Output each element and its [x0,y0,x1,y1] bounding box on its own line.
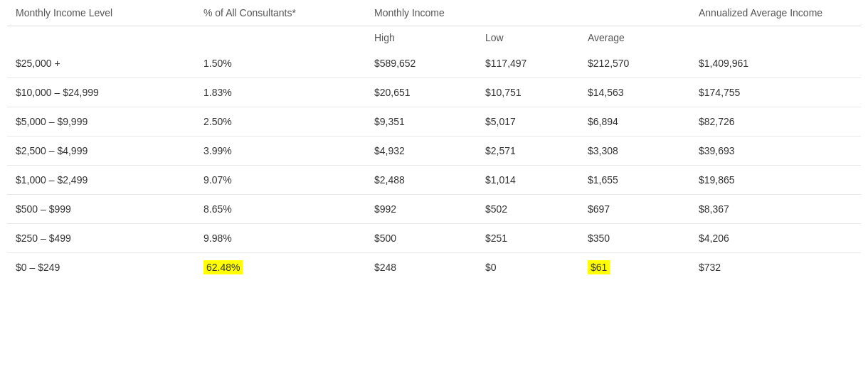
cell-average: $3,308 [579,137,690,166]
cell-high: $9,351 [366,107,477,137]
table-row: $250 – $4999.98%$500$251$350$4,206 [7,224,861,253]
cell-annualized: $4,206 [690,224,861,253]
cell-high: $2,488 [366,166,477,195]
cell-high: $589,652 [366,49,477,78]
cell-pct: 2.50% [195,107,366,137]
cell-pct: 9.07% [195,166,366,195]
subheader-level-empty [7,26,195,50]
cell-annualized: $19,865 [690,166,861,195]
cell-high: $992 [366,195,477,224]
cell-annualized: $1,409,961 [690,49,861,78]
table-row: $2,500 – $4,9993.99%$4,932$2,571$3,308$3… [7,137,861,166]
cell-high: $20,651 [366,78,477,107]
table-row: $1,000 – $2,4999.07%$2,488$1,014$1,655$1… [7,166,861,195]
cell-level: $1,000 – $2,499 [7,166,195,195]
subheader-pct-empty [195,26,366,50]
header-level: Monthly Income Level [7,0,195,26]
header-monthly-income-group: Monthly Income [366,0,690,26]
table-row: $5,000 – $9,9992.50%$9,351$5,017$6,894$8… [7,107,861,137]
income-table-container: Monthly Income Level % of All Consultant… [0,0,868,282]
cell-average: $350 [579,224,690,253]
cell-annualized: $39,693 [690,137,861,166]
cell-pct: 62.48% [195,253,366,282]
table-row: $25,000 +1.50%$589,652$117,497$212,570$1… [7,49,861,78]
cell-annualized: $732 [690,253,861,282]
cell-annualized: $8,367 [690,195,861,224]
cell-pct: 1.83% [195,78,366,107]
header-pct: % of All Consultants* [195,0,366,26]
cell-level: $5,000 – $9,999 [7,107,195,137]
cell-level: $2,500 – $4,999 [7,137,195,166]
cell-annualized: $82,726 [690,107,861,137]
cell-average: $14,563 [579,78,690,107]
table-row: $0 – $24962.48%$248$0$61$732 [7,253,861,282]
cell-pct: 1.50% [195,49,366,78]
cell-average: $6,894 [579,107,690,137]
highlight-value: $61 [588,260,610,274]
highlight-value: 62.48% [203,260,243,274]
cell-annualized: $174,755 [690,78,861,107]
cell-low: $0 [477,253,579,282]
table-row: $500 – $9998.65%$992$502$697$8,367 [7,195,861,224]
subheader-annual-empty [690,26,861,50]
header-annualized: Annualized Average Income [690,0,861,26]
cell-pct: 9.98% [195,224,366,253]
cell-level: $0 – $249 [7,253,195,282]
cell-low: $2,571 [477,137,579,166]
cell-low: $117,497 [477,49,579,78]
cell-high: $248 [366,253,477,282]
cell-high: $4,932 [366,137,477,166]
cell-level: $250 – $499 [7,224,195,253]
cell-high: $500 [366,224,477,253]
cell-level: $25,000 + [7,49,195,78]
header-low: Low [477,26,579,50]
header-high: High [366,26,477,50]
cell-average: $1,655 [579,166,690,195]
cell-low: $251 [477,224,579,253]
cell-average: $697 [579,195,690,224]
cell-low: $5,017 [477,107,579,137]
cell-average: $212,570 [579,49,690,78]
cell-level: $500 – $999 [7,195,195,224]
header-average: Average [579,26,690,50]
cell-average: $61 [579,253,690,282]
cell-low: $10,751 [477,78,579,107]
income-table: Monthly Income Level % of All Consultant… [7,0,861,282]
cell-pct: 8.65% [195,195,366,224]
table-row: $10,000 – $24,9991.83%$20,651$10,751$14,… [7,78,861,107]
cell-low: $502 [477,195,579,224]
cell-low: $1,014 [477,166,579,195]
cell-level: $10,000 – $24,999 [7,78,195,107]
cell-pct: 3.99% [195,137,366,166]
table-body: $25,000 +1.50%$589,652$117,497$212,570$1… [7,49,861,282]
